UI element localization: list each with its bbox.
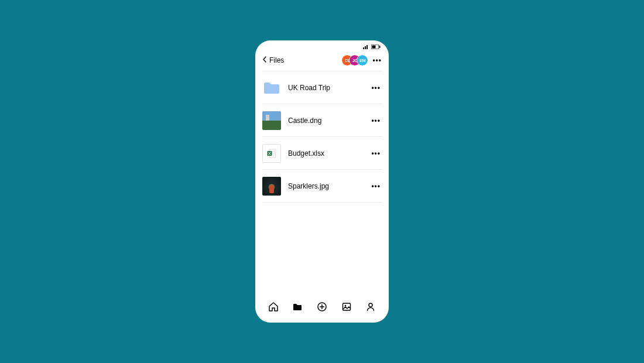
person-icon — [365, 302, 376, 314]
list-item[interactable]: Budget.xlsx ••• — [262, 137, 382, 170]
item-more-button[interactable]: ••• — [371, 182, 382, 190]
home-icon — [268, 302, 279, 314]
header: Files CL JC EM ••• — [255, 51, 389, 71]
item-more-button[interactable]: ••• — [371, 149, 382, 157]
file-name: UK Road Trip — [288, 84, 364, 92]
tab-account[interactable] — [364, 301, 378, 315]
svg-point-14 — [369, 303, 372, 307]
phone-frame: Files CL JC EM ••• UK Road Trip ••• Cast… — [255, 40, 389, 323]
folder-icon — [262, 78, 281, 97]
folder-filled-icon — [292, 302, 303, 314]
tab-files[interactable] — [290, 301, 304, 315]
chevron-left-icon — [262, 56, 267, 64]
svg-rect-4 — [372, 46, 376, 49]
svg-rect-1 — [365, 46, 366, 49]
file-name: Budget.xlsx — [288, 149, 364, 157]
spreadsheet-icon — [262, 144, 281, 163]
file-list: UK Road Trip ••• Castle.dng ••• Budget.x… — [262, 71, 382, 203]
list-item[interactable]: Castle.dng ••• — [262, 104, 382, 137]
file-name: Sparklers.jpg — [288, 182, 364, 190]
list-item[interactable]: UK Road Trip ••• — [262, 71, 382, 104]
back-button[interactable]: Files — [262, 56, 284, 64]
tab-photos[interactable] — [340, 301, 354, 315]
tab-home[interactable] — [266, 301, 280, 315]
avatar: EM — [357, 55, 368, 66]
plus-circle-icon — [317, 302, 327, 314]
svg-rect-0 — [363, 47, 364, 49]
more-button[interactable]: ••• — [372, 57, 382, 64]
back-label: Files — [269, 56, 284, 64]
item-more-button[interactable]: ••• — [371, 117, 382, 125]
image-thumbnail — [262, 111, 281, 130]
image-thumbnail — [262, 177, 281, 196]
tab-bar — [255, 297, 389, 323]
svg-rect-2 — [366, 45, 368, 49]
status-bar — [255, 40, 389, 51]
photo-icon — [341, 302, 352, 314]
signal-icon — [363, 44, 369, 49]
item-more-button[interactable]: ••• — [371, 84, 382, 92]
svg-rect-5 — [379, 46, 381, 48]
battery-icon — [371, 44, 381, 49]
svg-point-13 — [344, 305, 346, 307]
file-name: Castle.dng — [288, 117, 364, 125]
shared-avatars[interactable]: CL JC EM — [342, 55, 368, 66]
tab-add[interactable] — [315, 301, 329, 315]
list-item[interactable]: Sparklers.jpg ••• — [262, 170, 382, 203]
